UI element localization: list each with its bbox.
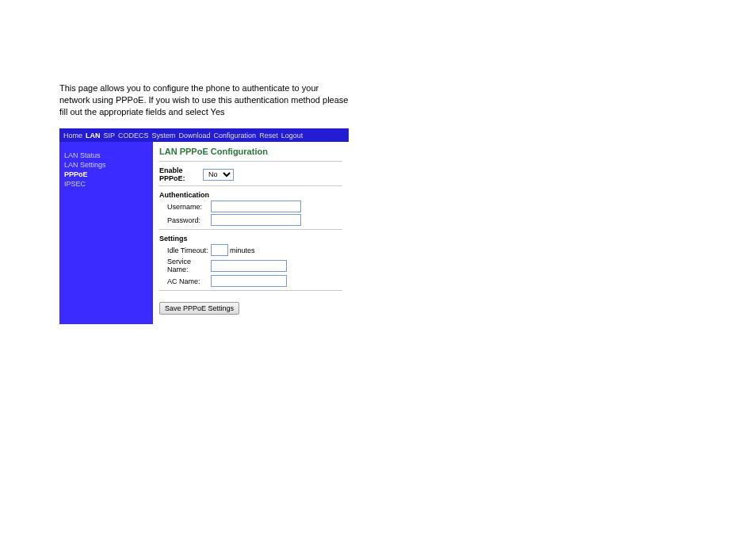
divider: [159, 185, 342, 186]
username-label: Username:: [159, 203, 211, 211]
ac-label: AC Name:: [159, 277, 211, 285]
nav-download[interactable]: Download: [179, 132, 211, 139]
enable-row: Enable PPPoE: No Yes: [159, 166, 342, 182]
password-input[interactable]: [211, 214, 301, 226]
ac-row: AC Name:: [159, 275, 342, 287]
app-panel: Home LAN SIP CODECS System Download Conf…: [59, 128, 349, 324]
service-label: Service Name:: [159, 258, 211, 273]
top-nav: Home LAN SIP CODECS System Download Conf…: [59, 128, 349, 142]
auth-heading: Authentication: [159, 191, 342, 199]
divider: [159, 161, 342, 162]
nav-logout[interactable]: Logout: [281, 132, 304, 139]
idle-label: Idle Timeout:: [159, 246, 211, 254]
nav-home[interactable]: Home: [63, 132, 82, 139]
main-pane: LAN PPPoE Configuration Enable PPPoE: No…: [153, 142, 349, 324]
page-title: LAN PPPoE Configuration: [159, 147, 342, 156]
enable-pppoe-select[interactable]: No Yes: [203, 169, 234, 181]
password-label: Password:: [159, 216, 211, 224]
service-row: Service Name:: [159, 258, 342, 273]
save-button[interactable]: Save PPPoE Settings: [159, 302, 239, 315]
idle-timeout-input[interactable]: [211, 244, 228, 256]
sidebar-item-lan-settings[interactable]: LAN Settings: [64, 161, 148, 169]
divider: [159, 229, 342, 230]
sidebar-item-lan-status[interactable]: LAN Status: [64, 151, 148, 159]
enable-label: Enable PPPoE:: [159, 166, 203, 182]
nav-sip[interactable]: SIP: [104, 132, 116, 139]
nav-lan[interactable]: LAN: [86, 132, 101, 139]
nav-configuration[interactable]: Configuration: [214, 132, 257, 139]
divider: [159, 290, 342, 291]
password-row: Password:: [159, 214, 342, 226]
sidebar-item-pppoe[interactable]: PPPoE: [64, 170, 148, 178]
nav-codecs[interactable]: CODECS: [118, 132, 149, 139]
sidebar: LAN Status LAN Settings PPPoE IPSEC: [59, 142, 153, 324]
username-input[interactable]: [211, 201, 301, 212]
ac-name-input[interactable]: [211, 275, 287, 287]
username-row: Username:: [159, 201, 342, 212]
page: This page allows you to configure the ph…: [0, 0, 756, 554]
sidebar-item-ipsec[interactable]: IPSEC: [64, 180, 148, 188]
service-name-input[interactable]: [211, 260, 287, 272]
body-row: LAN Status LAN Settings PPPoE IPSEC LAN …: [59, 142, 349, 324]
settings-heading: Settings: [159, 235, 342, 243]
idle-suffix: minutes: [230, 246, 255, 254]
nav-reset[interactable]: Reset: [259, 132, 278, 139]
intro-text: This page allows you to configure the ph…: [59, 82, 349, 118]
nav-system[interactable]: System: [152, 132, 176, 139]
idle-row: Idle Timeout: minutes: [159, 244, 342, 256]
